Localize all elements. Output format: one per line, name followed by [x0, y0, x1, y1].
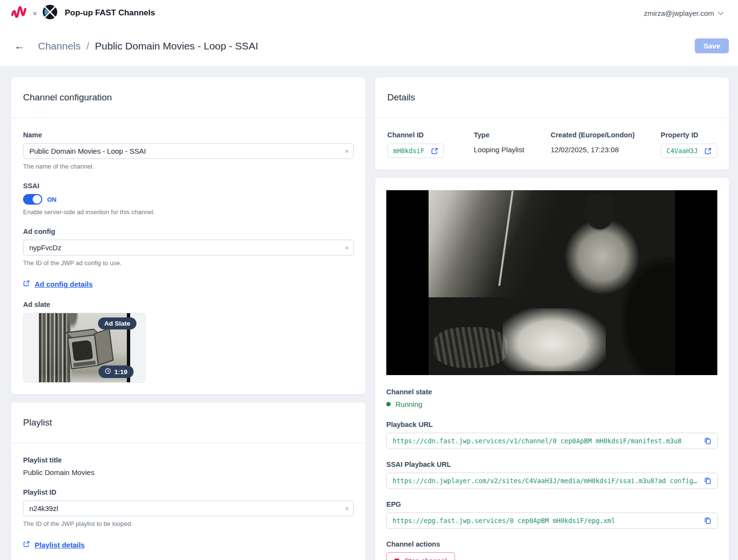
clock-icon [105, 368, 111, 376]
ssai-url-label: SSAI Playback URL [386, 461, 718, 468]
brand-x-separator: × [33, 9, 37, 17]
ad-config-help: The ID of the JWP ad config to use. [23, 259, 354, 267]
playlist-details-link[interactable]: Playlist details [23, 541, 85, 549]
video-preview-player[interactable] [386, 190, 717, 375]
external-link-icon [23, 541, 30, 549]
ssai-help: Enable server-side ad insertion for this… [23, 208, 354, 216]
playlist-card: Playlist Playlist title Public Domain Mo… [11, 402, 366, 560]
brand-logos: × [11, 4, 58, 22]
created-label: Created (Europe/London) [551, 131, 661, 139]
ad-config-clear-icon[interactable]: × [345, 244, 349, 251]
main-content: Channel configuration Name × The name of… [0, 66, 738, 560]
ad-config-details-link[interactable]: Ad config details [23, 280, 93, 288]
name-help: The name of the channel. [23, 163, 354, 170]
user-menu[interactable]: zmirza@jwplayer.com [644, 9, 724, 17]
breadcrumb-separator: / [86, 40, 89, 52]
ssai-url-value: https://cdn.jwplayer.com/v2/sites/C4VaaH… [393, 477, 698, 485]
name-clear-icon[interactable]: × [345, 148, 349, 155]
ad-slate-badge: Ad Slate [98, 317, 136, 329]
back-button[interactable]: ← [14, 41, 25, 51]
channel-id-open-icon[interactable] [431, 147, 438, 155]
playback-url-copy-icon[interactable] [704, 437, 712, 445]
ad-config-input[interactable] [23, 240, 354, 256]
epg-url-value: https://epg.fast.jwp.services/0_cep0ApBM… [393, 517, 698, 524]
name-input[interactable] [23, 143, 354, 159]
channel-id-value: mH0kdsiF [393, 147, 424, 155]
playback-url-group: Playback URL https://cdn.fast.jwp.servic… [386, 421, 718, 449]
stop-square-icon [394, 559, 399, 560]
epg-url-copy-icon[interactable] [704, 517, 712, 524]
created-group: Created (Europe/London) 12/02/2025, 17:2… [551, 131, 661, 158]
channel-preview-card: Channel state Running Playback URL https… [375, 177, 729, 560]
type-value: Looping Playlist [474, 146, 551, 154]
video-still-image [429, 190, 675, 375]
playlist-id-clear-icon[interactable]: × [345, 505, 349, 512]
playlist-title-value: Public Domain Movies [23, 468, 354, 476]
left-column: Channel configuration Name × The name of… [11, 77, 366, 560]
breadcrumb: Channels / Public Domain Movies - Loop -… [38, 40, 258, 52]
name-field-group: Name × The name of the channel. [23, 131, 354, 170]
name-label: Name [23, 131, 354, 139]
playlist-title-label: Playlist title [23, 456, 354, 464]
user-email: zmirza@jwplayer.com [644, 9, 714, 17]
running-status-dot-icon [386, 402, 391, 406]
property-id-value: C4VaaH3J [666, 147, 698, 155]
epg-label: EPG [386, 500, 718, 508]
top-bar: × Pop-up FAST Channels zmirza@jwplayer.c… [0, 0, 738, 26]
ssai-url-copy-icon[interactable] [704, 477, 712, 485]
property-id-group: Property ID C4VaaH3J [661, 131, 717, 158]
playlist-title-group: Playlist title Public Domain Movies [23, 456, 354, 476]
ssai-field-group: SSAI ON Enable server-side ad insertion … [23, 182, 354, 216]
ssai-toggle[interactable] [23, 194, 42, 205]
type-label: Type [474, 131, 551, 139]
playlist-id-group: Playlist ID × The ID of the JWP playlist… [23, 488, 354, 527]
ad-slate-label: Ad slate [23, 301, 354, 308]
property-id-chip: C4VaaH3J [661, 144, 717, 158]
channel-state: Running [386, 400, 718, 408]
details-title: Details [387, 92, 415, 103]
app-title: Pop-up FAST Channels [65, 8, 155, 18]
ad-slate-duration-badge: 1:19 [98, 365, 134, 378]
playback-url-label: Playback URL [386, 421, 718, 428]
created-value: 12/02/2025, 17:23:08 [551, 146, 661, 154]
ssai-toggle-state: ON [47, 196, 57, 203]
playlist-title: Playlist [23, 417, 52, 428]
channel-configuration-title: Channel configuration [23, 92, 112, 103]
ssai-label: SSAI [23, 182, 354, 190]
channel-actions-group: Channel actions Stop channel [386, 540, 718, 560]
ssai-url-group: SSAI Playback URL https://cdn.jwplayer.c… [386, 461, 718, 489]
channel-id-group: Channel ID mH0kdsiF [387, 131, 474, 158]
external-link-icon [23, 280, 30, 288]
channel-actions-label: Channel actions [386, 540, 718, 548]
playlist-id-help: The ID of the JWP playlist to be looped. [23, 520, 354, 527]
ad-slate-thumbnail[interactable]: Ad Slate 1:19 [23, 313, 146, 383]
ad-config-field-group: Ad config × The ID of the JWP ad config … [23, 228, 354, 267]
channel-state-value: Running [395, 400, 422, 408]
jwplayer-logo-icon [11, 5, 28, 21]
stop-channel-button[interactable]: Stop channel [386, 552, 455, 560]
page-header: ← Channels / Public Domain Movies - Loop… [0, 26, 738, 66]
ad-slate-field-group: Ad slate A [23, 301, 354, 383]
playlist-id-input[interactable] [23, 500, 354, 516]
playback-url-value: https://cdn.fast.jwp.services/v1/channel… [393, 437, 698, 445]
ad-config-label: Ad config [23, 228, 354, 235]
partner-logo-icon [42, 4, 58, 22]
channel-id-chip: mH0kdsiF [387, 144, 444, 158]
details-card: Details Channel ID mH0kdsiF [375, 77, 729, 170]
property-id-label: Property ID [661, 131, 717, 139]
right-column: Details Channel ID mH0kdsiF [375, 77, 729, 560]
page-title: Public Domain Movies - Loop - SSAI [95, 40, 258, 52]
epg-url-group: EPG https://epg.fast.jwp.services/0_cep0… [386, 500, 718, 529]
breadcrumb-channels-link[interactable]: Channels [38, 40, 81, 52]
channel-configuration-card: Channel configuration Name × The name of… [11, 77, 366, 395]
save-button[interactable]: Save [695, 38, 729, 53]
channel-state-label: Channel state [386, 388, 718, 396]
playlist-id-label: Playlist ID [23, 488, 354, 496]
chevron-down-icon [718, 9, 724, 17]
property-id-open-icon[interactable] [704, 147, 712, 155]
channel-id-label: Channel ID [387, 131, 474, 139]
type-group: Type Looping Playlist [474, 131, 551, 158]
